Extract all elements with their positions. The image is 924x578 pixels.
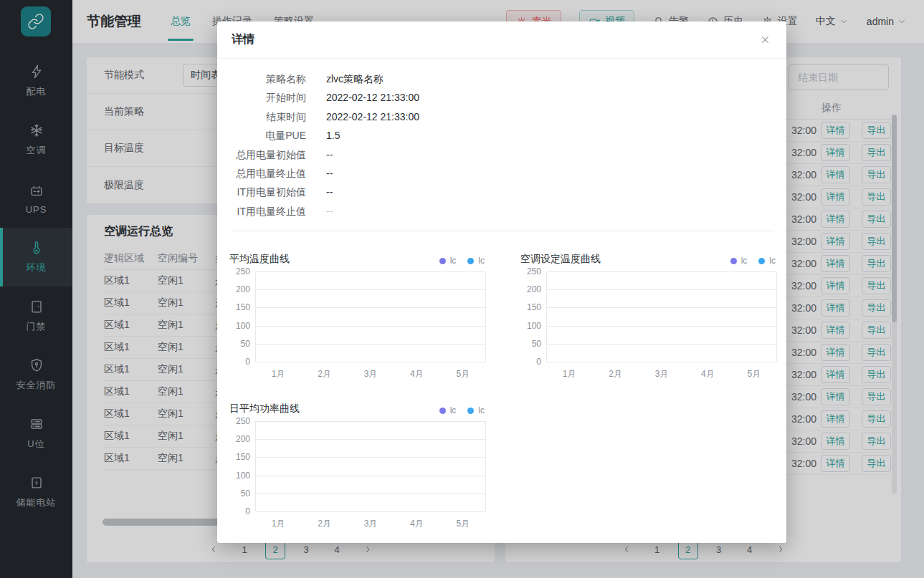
- close-icon: [759, 34, 771, 46]
- gridline: [256, 289, 485, 290]
- x-tick-label: 1月: [546, 368, 592, 380]
- x-axis-labels: 1月2月3月4月5月: [520, 368, 777, 380]
- x-tick-label: 5月: [440, 368, 486, 380]
- gridline: [256, 457, 485, 458]
- field-label: 总用电量初始值: [236, 145, 306, 164]
- x-tick-label: 4月: [394, 518, 439, 530]
- chart-header: 空调设定温度曲线lclc: [520, 247, 777, 266]
- legend-dot: [467, 258, 474, 264]
- legend-dot: [439, 258, 446, 264]
- chart-title: 平均温度曲线: [229, 253, 290, 266]
- gridline: [256, 511, 485, 512]
- y-tick-label: 250: [521, 266, 541, 276]
- modal-header: 详情: [217, 21, 786, 59]
- legend-item[interactable]: lc: [467, 405, 485, 415]
- legend-item[interactable]: lc: [439, 405, 457, 415]
- field-label: IT用电量终止值: [236, 202, 306, 221]
- field-label: 策略名称: [236, 69, 306, 88]
- chart-body: 250200150100500: [229, 421, 486, 511]
- gridline: [547, 326, 776, 327]
- field-value: zlvc策略名称: [326, 69, 384, 88]
- legend-label: lc: [450, 256, 457, 266]
- chart-title: 日平均功率曲线: [229, 403, 300, 415]
- close-button[interactable]: [758, 33, 772, 47]
- x-tick-label: 2月: [301, 368, 347, 380]
- chart-body: 250200150100500: [229, 271, 486, 362]
- gridline: [547, 307, 776, 308]
- gridline: [256, 439, 485, 440]
- gridline: [256, 271, 485, 272]
- legend-dot: [758, 258, 765, 264]
- x-tick-label: 5月: [440, 518, 486, 530]
- gridline: [256, 344, 485, 345]
- modal-charts: 平均温度曲线lclc2502001501005001月2月3月4月5月空调设定温…: [229, 247, 774, 543]
- y-tick-label: 50: [230, 339, 250, 349]
- gridline: [256, 493, 485, 494]
- chart-plot: 250200150100500: [546, 271, 777, 362]
- gridline: [547, 289, 776, 290]
- x-tick-label: 2月: [592, 368, 638, 380]
- chart-plot: 250200150100500: [255, 421, 486, 511]
- y-tick-label: 150: [230, 452, 250, 462]
- gridline: [256, 362, 485, 362]
- x-tick-label: 4月: [685, 368, 730, 380]
- legend-label: lc: [741, 256, 748, 266]
- chart-1: 空调设定温度曲线lclc2502001501005001月2月3月4月5月: [520, 247, 777, 380]
- y-tick-label: 150: [230, 302, 250, 312]
- detail-field: 开始时间2022-02-12 21:33:00: [236, 88, 786, 107]
- field-label: 开始时间: [236, 88, 306, 107]
- detail-field: IT用电量终止值--: [236, 202, 786, 221]
- y-tick-label: 200: [521, 284, 541, 294]
- chart-header: 平均温度曲线lclc: [229, 247, 486, 266]
- chart-legend: lclc: [730, 256, 777, 266]
- legend-label: lc: [478, 256, 485, 266]
- legend-item[interactable]: lc: [758, 256, 776, 266]
- gridline: [256, 421, 485, 422]
- field-label: 总用电量终止值: [236, 164, 306, 183]
- x-tick-label: 2月: [301, 518, 347, 530]
- chart-legend: lclc: [439, 256, 486, 266]
- chart-body: 250200150100500: [520, 271, 777, 362]
- y-tick-label: 100: [521, 321, 541, 331]
- chart-plot: 250200150100500: [255, 271, 486, 362]
- x-tick-label: 3月: [348, 368, 394, 380]
- chart-0: 平均温度曲线lclc2502001501005001月2月3月4月5月: [229, 247, 486, 380]
- y-tick-label: 200: [230, 284, 250, 294]
- gridline: [256, 476, 485, 476]
- legend-label: lc: [450, 405, 457, 415]
- modal-title: 详情: [232, 32, 254, 47]
- legend-dot: [730, 258, 737, 264]
- detail-modal: 详情 策略名称zlvc策略名称开始时间2022-02-12 21:33:00结束…: [217, 21, 786, 543]
- legend-item[interactable]: lc: [439, 256, 457, 266]
- x-axis-labels: 1月2月3月4月5月: [229, 518, 486, 530]
- field-value: --: [326, 164, 333, 183]
- gridline: [547, 362, 776, 362]
- x-axis-labels: 1月2月3月4月5月: [229, 368, 486, 380]
- legend-label: lc: [769, 256, 776, 266]
- x-tick-label: 3月: [348, 518, 394, 530]
- detail-field: IT用电量初始值--: [236, 183, 786, 201]
- gridline: [547, 344, 776, 345]
- y-tick-label: 100: [230, 471, 250, 481]
- field-label: 结束时间: [236, 107, 306, 126]
- chart-header: 日平均功率曲线lclc: [229, 397, 486, 415]
- field-value: 1.5: [326, 126, 340, 145]
- field-value: --: [326, 145, 333, 164]
- x-tick-label: 3月: [639, 368, 685, 380]
- detail-field: 电量PUE1.5: [236, 126, 786, 145]
- chart-legend: lclc: [439, 405, 486, 415]
- legend-item[interactable]: lc: [467, 256, 485, 266]
- gridline: [256, 326, 485, 327]
- y-tick-label: 50: [521, 339, 541, 349]
- detail-field: 策略名称zlvc策略名称: [236, 69, 786, 88]
- x-tick-label: 1月: [255, 518, 301, 530]
- gridline: [256, 307, 485, 308]
- y-tick-label: 50: [230, 488, 250, 498]
- detail-field: 总用电量初始值--: [236, 145, 786, 164]
- legend-label: lc: [478, 405, 485, 415]
- legend-dot: [439, 408, 446, 414]
- legend-item[interactable]: lc: [730, 256, 748, 266]
- gridline: [547, 271, 776, 272]
- y-tick-label: 0: [230, 357, 250, 367]
- y-tick-label: 0: [521, 357, 541, 367]
